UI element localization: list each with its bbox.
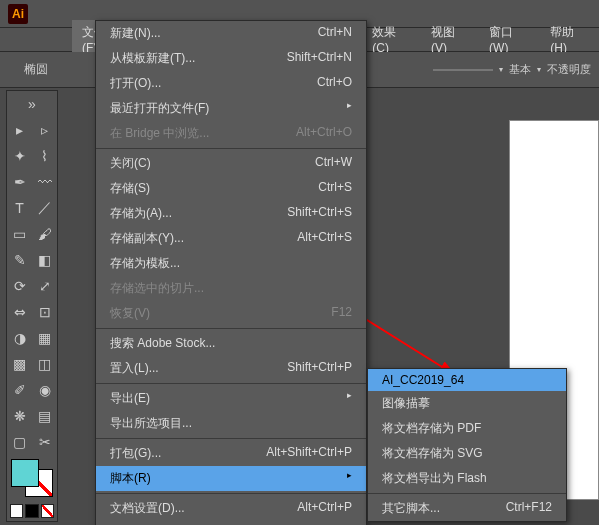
menu-item[interactable]: 打开(O)...Ctrl+O: [96, 71, 366, 96]
shape-builder-tool[interactable]: ◑: [7, 325, 32, 351]
menu-item[interactable]: 存储为(A)...Shift+Ctrl+S: [96, 201, 366, 226]
magic-wand-tool[interactable]: ✦: [7, 143, 32, 169]
menu-item[interactable]: 存储副本(Y)...Alt+Ctrl+S: [96, 226, 366, 251]
mesh-tool[interactable]: ▩: [7, 351, 32, 377]
eyedropper-tool[interactable]: ✐: [7, 377, 32, 403]
submenu-item[interactable]: 其它脚本...Ctrl+F12: [368, 496, 566, 521]
submenu-item[interactable]: 将文档导出为 Flash: [368, 466, 566, 491]
menu-item: 恢复(V)F12: [96, 301, 366, 326]
menu-item[interactable]: 导出所选项目...: [96, 411, 366, 436]
stroke-style-preview[interactable]: [433, 69, 493, 71]
lasso-tool[interactable]: ⌇: [32, 143, 57, 169]
menu-item[interactable]: 存储(S)Ctrl+S: [96, 176, 366, 201]
brush-tool[interactable]: 🖌: [32, 221, 57, 247]
line-tool[interactable]: ／: [32, 195, 57, 221]
app-logo: Ai: [8, 4, 28, 24]
gradient-tool[interactable]: ◫: [32, 351, 57, 377]
eraser-tool[interactable]: ◧: [32, 247, 57, 273]
curvature-tool[interactable]: 〰: [32, 169, 57, 195]
perspective-tool[interactable]: ▦: [32, 325, 57, 351]
menu-item[interactable]: 文档颜色模式(M)▸: [96, 521, 366, 525]
color-mode-none[interactable]: [41, 504, 54, 518]
toolbox: » ▸ ▹ ✦ ⌇ ✒ 〰 T ／ ▭ 🖌 ✎ ◧ ⟳ ⤢ ⇔ ⊡ ◑ ▦ ▩ …: [6, 90, 58, 522]
color-mode-gradient[interactable]: [25, 504, 38, 518]
chevron-down-icon[interactable]: ▾: [537, 65, 541, 74]
script-submenu: AI_CC2019_64图像描摹将文档存储为 PDF将文档存储为 SVG将文档导…: [367, 368, 567, 522]
type-tool[interactable]: T: [7, 195, 32, 221]
stroke-style-label: 基本: [509, 62, 531, 77]
pen-tool[interactable]: ✒: [7, 169, 32, 195]
chevron-down-icon[interactable]: ▾: [499, 65, 503, 74]
blend-tool[interactable]: ◉: [32, 377, 57, 403]
menu-item[interactable]: 新建(N)...Ctrl+N: [96, 21, 366, 46]
opacity-label: 不透明度: [547, 62, 591, 77]
menu-item[interactable]: 打包(G)...Alt+Shift+Ctrl+P: [96, 441, 366, 466]
color-swatches[interactable]: [7, 455, 57, 501]
symbol-sprayer-tool[interactable]: ❋: [7, 403, 32, 429]
artboard-tool[interactable]: ▢: [7, 429, 32, 455]
menu-item[interactable]: 导出(E)▸: [96, 386, 366, 411]
fill-color-swatch[interactable]: [11, 459, 39, 487]
menu-item[interactable]: 关闭(C)Ctrl+W: [96, 151, 366, 176]
selection-tool[interactable]: ▸: [7, 117, 32, 143]
graph-tool[interactable]: ▤: [32, 403, 57, 429]
file-dropdown-menu: 新建(N)...Ctrl+N从模板新建(T)...Shift+Ctrl+N打开(…: [95, 20, 367, 525]
submenu-item[interactable]: AI_CC2019_64: [368, 369, 566, 391]
toolbox-handle[interactable]: »: [7, 91, 57, 117]
menu-item[interactable]: 置入(L)...Shift+Ctrl+P: [96, 356, 366, 381]
menu-item: 在 Bridge 中浏览...Alt+Ctrl+O: [96, 121, 366, 146]
menu-item: 存储选中的切片...: [96, 276, 366, 301]
submenu-item[interactable]: 将文档存储为 SVG: [368, 441, 566, 466]
shape-label: 椭圆: [24, 61, 48, 78]
menu-item[interactable]: 文档设置(D)...Alt+Ctrl+P: [96, 496, 366, 521]
submenu-item[interactable]: 图像描摹: [368, 391, 566, 416]
menu-item[interactable]: 脚本(R)▸: [96, 466, 366, 491]
submenu-item[interactable]: 将文档存储为 PDF: [368, 416, 566, 441]
menu-item[interactable]: 从模板新建(T)...Shift+Ctrl+N: [96, 46, 366, 71]
color-mode-fill[interactable]: [10, 504, 23, 518]
menu-item[interactable]: 搜索 Adobe Stock...: [96, 331, 366, 356]
direct-selection-tool[interactable]: ▹: [32, 117, 57, 143]
shaper-tool[interactable]: ✎: [7, 247, 32, 273]
menu-item[interactable]: 存储为模板...: [96, 251, 366, 276]
scale-tool[interactable]: ⤢: [32, 273, 57, 299]
free-transform-tool[interactable]: ⊡: [32, 299, 57, 325]
rotate-tool[interactable]: ⟳: [7, 273, 32, 299]
rectangle-tool[interactable]: ▭: [7, 221, 32, 247]
menu-item[interactable]: 最近打开的文件(F)▸: [96, 96, 366, 121]
width-tool[interactable]: ⇔: [7, 299, 32, 325]
slice-tool[interactable]: ✂: [32, 429, 57, 455]
